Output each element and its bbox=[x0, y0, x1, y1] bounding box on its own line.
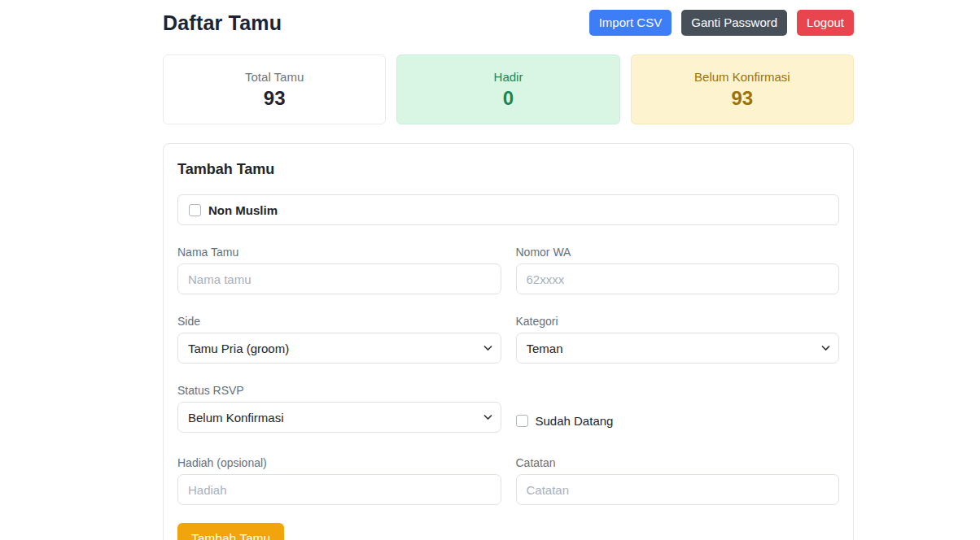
stat-label: Total Tamu bbox=[245, 70, 304, 84]
import-csv-button[interactable]: Import CSV bbox=[589, 10, 672, 36]
kategori-label: Kategori bbox=[516, 315, 840, 328]
stat-card-hadir: Hadir 0 bbox=[396, 54, 619, 124]
field-kategori: Kategori Teman bbox=[516, 315, 840, 364]
kategori-select-wrap: Teman bbox=[516, 333, 840, 364]
sudah-datang-checkbox[interactable] bbox=[516, 415, 528, 427]
tambah-tamu-submit-button[interactable]: Tambah Tamu bbox=[177, 523, 284, 540]
field-status-rsvp: Status RSVP Belum Konfirmasi bbox=[177, 384, 501, 436]
hadiah-input[interactable] bbox=[177, 474, 501, 505]
stat-card-total-tamu: Total Tamu 93 bbox=[163, 54, 386, 124]
field-hadiah: Hadiah (opsional) bbox=[177, 456, 501, 505]
non-muslim-checkbox-box[interactable]: Non Muslim bbox=[177, 194, 839, 225]
side-select[interactable]: Tamu Pria (groom) bbox=[177, 333, 501, 364]
catatan-input[interactable] bbox=[516, 474, 840, 505]
kategori-select[interactable]: Teman bbox=[516, 333, 840, 364]
nomor-wa-label: Nomor WA bbox=[516, 246, 840, 259]
nama-tamu-input[interactable] bbox=[177, 263, 501, 294]
non-muslim-label: Non Muslim bbox=[208, 203, 278, 217]
page-header: Daftar Tamu Import CSV Ganti Password Lo… bbox=[163, 0, 854, 36]
catatan-label: Catatan bbox=[516, 456, 840, 469]
logout-button[interactable]: Logout bbox=[797, 10, 854, 36]
stat-label: Belum Konfirmasi bbox=[694, 70, 790, 84]
nama-tamu-label: Nama Tamu bbox=[177, 246, 501, 259]
hadiah-label: Hadiah (opsional) bbox=[177, 456, 501, 469]
status-rsvp-select-wrap: Belum Konfirmasi bbox=[177, 402, 501, 433]
stat-card-belum-konfirmasi: Belum Konfirmasi 93 bbox=[631, 54, 854, 124]
main-container: Daftar Tamu Import CSV Ganti Password Lo… bbox=[163, 0, 854, 540]
stat-value: 0 bbox=[503, 87, 514, 110]
header-actions: Import CSV Ganti Password Logout bbox=[589, 10, 854, 36]
nomor-wa-input[interactable] bbox=[516, 263, 840, 294]
field-catatan: Catatan bbox=[516, 456, 840, 505]
page-title: Daftar Tamu bbox=[163, 11, 282, 35]
stat-value: 93 bbox=[264, 87, 286, 110]
field-nomor-wa: Nomor WA bbox=[516, 246, 840, 294]
side-select-wrap: Tamu Pria (groom) bbox=[177, 333, 501, 364]
status-rsvp-label: Status RSVP bbox=[177, 384, 501, 397]
stat-label: Hadir bbox=[494, 70, 523, 84]
field-nama-tamu: Nama Tamu bbox=[177, 246, 501, 294]
side-label: Side bbox=[177, 315, 501, 328]
ganti-password-button[interactable]: Ganti Password bbox=[681, 10, 787, 36]
form-grid: Nama Tamu Nomor WA Side Tamu Pria (groom… bbox=[177, 246, 839, 505]
stat-value: 93 bbox=[731, 87, 753, 110]
form-title: Tambah Tamu bbox=[177, 161, 839, 178]
field-side: Side Tamu Pria (groom) bbox=[177, 315, 501, 364]
sudah-datang-label: Sudah Datang bbox=[536, 414, 614, 428]
status-rsvp-select[interactable]: Belum Konfirmasi bbox=[177, 402, 501, 433]
field-sudah-datang: Sudah Datang bbox=[516, 405, 840, 436]
stats-row: Total Tamu 93 Hadir 0 Belum Konfirmasi 9… bbox=[163, 54, 854, 124]
tambah-tamu-form-card: Tambah Tamu Non Muslim Nama Tamu Nomor W… bbox=[163, 143, 854, 540]
non-muslim-checkbox[interactable] bbox=[189, 204, 201, 216]
